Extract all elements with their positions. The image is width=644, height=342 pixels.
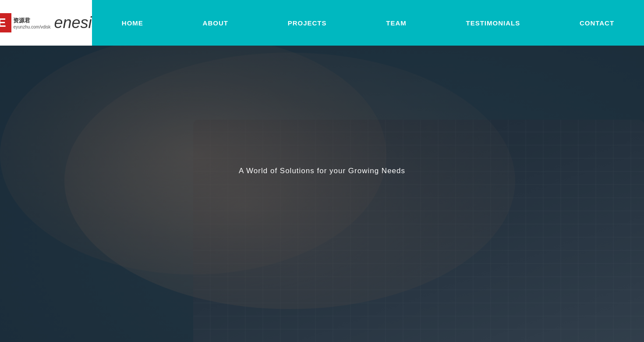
logo-area: E 资源君 eyunzhu.com/vdisk enesis bbox=[0, 0, 92, 46]
nav-item-projects[interactable]: PROJECTS bbox=[279, 15, 336, 31]
nav-item-contact[interactable]: CONTACT bbox=[571, 15, 623, 31]
nav-item-testimonials[interactable]: TESTIMONIALS bbox=[457, 15, 529, 31]
logo-text-block: 资源君 eyunzhu.com/vdisk bbox=[13, 17, 50, 29]
logo-box: E 资源君 eyunzhu.com/vdisk bbox=[0, 13, 51, 32]
nav-bar: HOME ABOUT PROJECTS TEAM TESTIMONIALS CO… bbox=[92, 0, 644, 46]
nav-item-about[interactable]: ABOUT bbox=[194, 15, 237, 31]
logo-icon: E bbox=[0, 13, 11, 32]
nav-item-home[interactable]: HOME bbox=[113, 15, 152, 31]
hero-section: A World of Solutions for your Growing Ne… bbox=[0, 0, 644, 342]
logo-chinese-text: 资源君 bbox=[13, 17, 50, 25]
logo-url-text: eyunzhu.com/vdisk bbox=[13, 25, 50, 29]
site-header: E 资源君 eyunzhu.com/vdisk enesis HOME ABOU… bbox=[0, 0, 644, 46]
nav-item-team[interactable]: TEAM bbox=[377, 15, 415, 31]
hero-tagline: A World of Solutions for your Growing Ne… bbox=[239, 167, 405, 175]
